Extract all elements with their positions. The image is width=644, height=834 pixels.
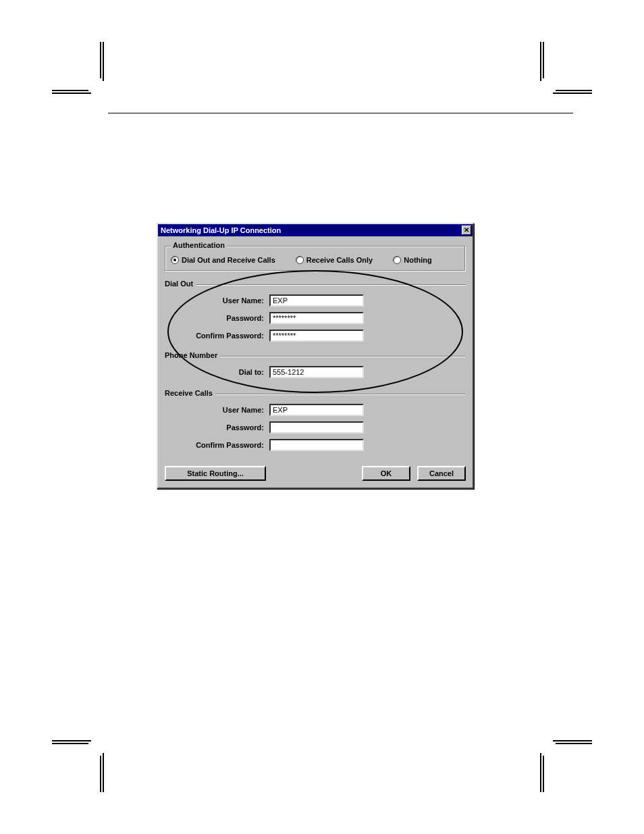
label-dialout-username: User Name: — [165, 296, 269, 305]
radio-icon — [296, 256, 304, 264]
radio-icon — [171, 256, 179, 264]
legend-receive-calls: Receive Calls — [165, 385, 466, 394]
radio-icon — [393, 256, 401, 264]
label-receive-password: Password: — [165, 423, 269, 432]
cropmark-top-left — [51, 41, 105, 95]
legend-dial-out: Dial Out — [165, 276, 466, 285]
cropmark-bottom-left — [51, 739, 105, 793]
radio-nothing[interactable]: Nothing — [393, 256, 432, 264]
label-receive-username: User Name: — [165, 406, 269, 414]
section-phone-number: Phone Number Dial to: — [165, 347, 466, 381]
radio-dial-out-receive[interactable]: Dial Out and Receive Calls — [171, 256, 275, 264]
radio-label: Receive Calls Only — [306, 256, 373, 264]
input-dialout-password[interactable] — [269, 312, 364, 324]
button-row: Static Routing... OK Cancel — [165, 466, 466, 481]
dialog-networking-dialup: Networking Dial-Up IP Connection ✕ Authe… — [157, 223, 474, 489]
label-dialout-confirm: Confirm Password: — [165, 332, 269, 340]
input-receive-username[interactable] — [269, 404, 364, 416]
input-dialout-username[interactable] — [269, 294, 364, 307]
input-receive-password[interactable] — [269, 421, 364, 434]
cropmark-bottom-right — [539, 739, 593, 793]
dialog-body: Authentication Dial Out and Receive Call… — [158, 236, 473, 488]
input-dial-to[interactable] — [269, 366, 364, 378]
label-dial-to: Dial to: — [165, 368, 269, 376]
radio-label: Dial Out and Receive Calls — [182, 256, 275, 264]
radio-label: Nothing — [404, 256, 432, 264]
label-receive-confirm: Confirm Password: — [165, 441, 269, 449]
input-dialout-confirm[interactable] — [269, 330, 364, 342]
close-icon[interactable]: ✕ — [462, 226, 471, 235]
group-authentication: Authentication Dial Out and Receive Call… — [165, 246, 466, 271]
titlebar: Networking Dial-Up IP Connection ✕ — [158, 224, 473, 236]
static-routing-button[interactable]: Static Routing... — [165, 466, 266, 481]
legend-phone-number: Phone Number — [165, 347, 466, 357]
cropmark-top-right — [539, 41, 593, 95]
section-receive-calls: Receive Calls User Name: Password: Confi… — [165, 385, 466, 454]
cancel-button[interactable]: Cancel — [417, 466, 466, 481]
legend-authentication: Authentication — [171, 241, 227, 249]
dialog-title: Networking Dial-Up IP Connection — [161, 226, 281, 234]
radio-receive-only[interactable]: Receive Calls Only — [296, 256, 373, 264]
ok-button[interactable]: OK — [362, 466, 410, 481]
page-rule — [108, 113, 573, 113]
input-receive-confirm[interactable] — [269, 439, 364, 451]
label-dialout-password: Password: — [165, 314, 269, 322]
section-dial-out: Dial Out User Name: Password: Confirm Pa… — [165, 276, 466, 344]
